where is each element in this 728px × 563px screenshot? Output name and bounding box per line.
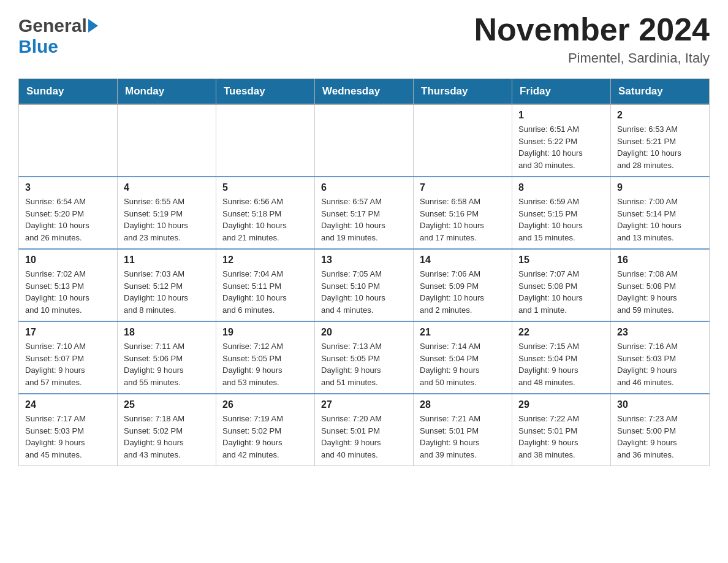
- day-number: 2: [617, 110, 703, 121]
- day-cell: 8Sunrise: 6:59 AMSunset: 5:15 PMDaylight…: [512, 177, 611, 249]
- day-number: 13: [321, 255, 407, 266]
- day-number: 26: [222, 399, 308, 410]
- day-info: Sunrise: 7:20 AMSunset: 5:01 PMDaylight:…: [321, 413, 407, 461]
- logo-blue-text: Blue: [18, 36, 58, 56]
- logo-arrow-icon: [88, 19, 98, 33]
- day-cell: 23Sunrise: 7:16 AMSunset: 5:03 PMDayligh…: [611, 321, 710, 394]
- week-row-2: 3Sunrise: 6:54 AMSunset: 5:20 PMDaylight…: [19, 177, 710, 249]
- page-header: General Blue November 2024 Pimentel, Sar…: [18, 12, 710, 66]
- day-number: 27: [321, 399, 407, 410]
- day-number: 28: [420, 399, 506, 410]
- day-number: 12: [222, 255, 308, 266]
- day-number: 21: [420, 327, 506, 338]
- week-row-1: 1Sunrise: 6:51 AMSunset: 5:22 PMDaylight…: [19, 104, 710, 177]
- day-number: 19: [222, 327, 308, 338]
- day-number: 16: [617, 255, 703, 266]
- weekday-header-thursday: Thursday: [414, 79, 512, 105]
- day-number: 20: [321, 327, 407, 338]
- day-cell: 3Sunrise: 6:54 AMSunset: 5:20 PMDaylight…: [19, 177, 118, 249]
- day-info: Sunrise: 7:00 AMSunset: 5:14 PMDaylight:…: [617, 196, 703, 243]
- day-info: Sunrise: 7:06 AMSunset: 5:09 PMDaylight:…: [420, 268, 506, 316]
- day-info: Sunrise: 6:57 AMSunset: 5:17 PMDaylight:…: [321, 196, 407, 243]
- day-info: Sunrise: 7:08 AMSunset: 5:08 PMDaylight:…: [617, 268, 703, 316]
- day-number: 14: [420, 255, 506, 266]
- day-cell: 24Sunrise: 7:17 AMSunset: 5:03 PMDayligh…: [19, 394, 118, 466]
- weekday-header-tuesday: Tuesday: [216, 79, 315, 105]
- day-cell: 1Sunrise: 6:51 AMSunset: 5:22 PMDaylight…: [512, 104, 611, 177]
- day-number: 10: [25, 255, 111, 266]
- day-number: 8: [518, 182, 604, 193]
- weekday-header-saturday: Saturday: [611, 79, 710, 105]
- day-cell: 5Sunrise: 6:56 AMSunset: 5:18 PMDaylight…: [216, 177, 315, 249]
- day-number: 5: [222, 182, 308, 193]
- logo-general-text: General: [18, 15, 87, 36]
- day-info: Sunrise: 7:22 AMSunset: 5:01 PMDaylight:…: [518, 413, 604, 461]
- day-number: 25: [124, 399, 210, 410]
- day-info: Sunrise: 7:04 AMSunset: 5:11 PMDaylight:…: [222, 268, 308, 316]
- day-info: Sunrise: 6:59 AMSunset: 5:15 PMDaylight:…: [518, 196, 604, 243]
- weekday-header-wednesday: Wednesday: [315, 79, 414, 105]
- day-info: Sunrise: 7:15 AMSunset: 5:04 PMDaylight:…: [518, 340, 604, 388]
- logo: General Blue: [18, 12, 98, 57]
- day-cell: 9Sunrise: 7:00 AMSunset: 5:14 PMDaylight…: [611, 177, 710, 249]
- day-cell: [19, 104, 118, 177]
- week-row-4: 17Sunrise: 7:10 AMSunset: 5:07 PMDayligh…: [19, 321, 710, 394]
- day-info: Sunrise: 6:54 AMSunset: 5:20 PMDaylight:…: [25, 196, 111, 243]
- day-cell: [118, 104, 216, 177]
- day-cell: 17Sunrise: 7:10 AMSunset: 5:07 PMDayligh…: [19, 321, 118, 394]
- day-cell: 2Sunrise: 6:53 AMSunset: 5:21 PMDaylight…: [611, 104, 710, 177]
- day-info: Sunrise: 7:19 AMSunset: 5:02 PMDaylight:…: [222, 413, 308, 461]
- day-number: 22: [518, 327, 604, 338]
- day-cell: 15Sunrise: 7:07 AMSunset: 5:08 PMDayligh…: [512, 249, 611, 321]
- day-info: Sunrise: 7:14 AMSunset: 5:04 PMDaylight:…: [420, 340, 506, 388]
- day-info: Sunrise: 7:10 AMSunset: 5:07 PMDaylight:…: [25, 340, 111, 388]
- day-cell: 19Sunrise: 7:12 AMSunset: 5:05 PMDayligh…: [216, 321, 315, 394]
- day-number: 24: [25, 399, 111, 410]
- day-number: 3: [25, 182, 111, 193]
- day-number: 17: [25, 327, 111, 338]
- day-info: Sunrise: 7:07 AMSunset: 5:08 PMDaylight:…: [518, 268, 604, 316]
- week-row-5: 24Sunrise: 7:17 AMSunset: 5:03 PMDayligh…: [19, 394, 710, 466]
- day-info: Sunrise: 6:51 AMSunset: 5:22 PMDaylight:…: [518, 123, 604, 171]
- day-cell: 20Sunrise: 7:13 AMSunset: 5:05 PMDayligh…: [315, 321, 414, 394]
- day-number: 30: [617, 399, 703, 410]
- day-cell: [414, 104, 512, 177]
- day-cell: 6Sunrise: 6:57 AMSunset: 5:17 PMDaylight…: [315, 177, 414, 249]
- day-number: 4: [124, 182, 210, 193]
- day-cell: 21Sunrise: 7:14 AMSunset: 5:04 PMDayligh…: [414, 321, 512, 394]
- day-cell: 12Sunrise: 7:04 AMSunset: 5:11 PMDayligh…: [216, 249, 315, 321]
- week-row-3: 10Sunrise: 7:02 AMSunset: 5:13 PMDayligh…: [19, 249, 710, 321]
- day-info: Sunrise: 7:21 AMSunset: 5:01 PMDaylight:…: [420, 413, 506, 461]
- day-cell: 4Sunrise: 6:55 AMSunset: 5:19 PMDaylight…: [118, 177, 216, 249]
- day-number: 9: [617, 182, 703, 193]
- day-number: 15: [518, 255, 604, 266]
- day-cell: [315, 104, 414, 177]
- day-info: Sunrise: 7:23 AMSunset: 5:00 PMDaylight:…: [617, 413, 703, 461]
- day-cell: 30Sunrise: 7:23 AMSunset: 5:00 PMDayligh…: [611, 394, 710, 466]
- calendar-title: November 2024: [474, 12, 710, 47]
- day-info: Sunrise: 7:03 AMSunset: 5:12 PMDaylight:…: [124, 268, 210, 316]
- day-number: 29: [518, 399, 604, 410]
- day-info: Sunrise: 6:56 AMSunset: 5:18 PMDaylight:…: [222, 196, 308, 243]
- day-cell: [216, 104, 315, 177]
- day-cell: 27Sunrise: 7:20 AMSunset: 5:01 PMDayligh…: [315, 394, 414, 466]
- day-info: Sunrise: 7:18 AMSunset: 5:02 PMDaylight:…: [124, 413, 210, 461]
- day-info: Sunrise: 6:55 AMSunset: 5:19 PMDaylight:…: [124, 196, 210, 243]
- weekday-header-monday: Monday: [118, 79, 216, 105]
- day-info: Sunrise: 7:02 AMSunset: 5:13 PMDaylight:…: [25, 268, 111, 316]
- calendar-table: SundayMondayTuesdayWednesdayThursdayFrid…: [18, 79, 710, 466]
- day-number: 1: [518, 110, 604, 121]
- day-cell: 11Sunrise: 7:03 AMSunset: 5:12 PMDayligh…: [118, 249, 216, 321]
- day-number: 11: [124, 255, 210, 266]
- day-info: Sunrise: 6:53 AMSunset: 5:21 PMDaylight:…: [617, 123, 703, 171]
- day-cell: 26Sunrise: 7:19 AMSunset: 5:02 PMDayligh…: [216, 394, 315, 466]
- day-cell: 7Sunrise: 6:58 AMSunset: 5:16 PMDaylight…: [414, 177, 512, 249]
- day-cell: 28Sunrise: 7:21 AMSunset: 5:01 PMDayligh…: [414, 394, 512, 466]
- day-info: Sunrise: 6:58 AMSunset: 5:16 PMDaylight:…: [420, 196, 506, 243]
- day-info: Sunrise: 7:05 AMSunset: 5:10 PMDaylight:…: [321, 268, 407, 316]
- weekday-header-row: SundayMondayTuesdayWednesdayThursdayFrid…: [19, 79, 710, 105]
- day-number: 7: [420, 182, 506, 193]
- day-info: Sunrise: 7:12 AMSunset: 5:05 PMDaylight:…: [222, 340, 308, 388]
- day-cell: 16Sunrise: 7:08 AMSunset: 5:08 PMDayligh…: [611, 249, 710, 321]
- day-cell: 25Sunrise: 7:18 AMSunset: 5:02 PMDayligh…: [118, 394, 216, 466]
